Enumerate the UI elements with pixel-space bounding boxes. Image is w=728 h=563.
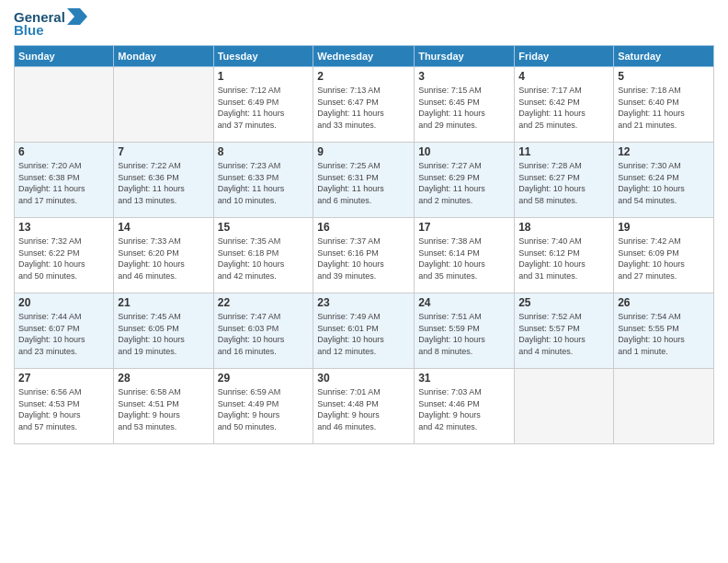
day-info: Sunrise: 7:20 AM Sunset: 6:38 PM Dayligh… xyxy=(18,160,109,206)
calendar-cell xyxy=(515,369,614,444)
day-info: Sunrise: 7:13 AM Sunset: 6:47 PM Dayligh… xyxy=(317,85,410,131)
day-number: 5 xyxy=(618,70,710,83)
weekday-header-saturday: Saturday xyxy=(614,46,714,67)
calendar-cell: 5Sunrise: 7:18 AM Sunset: 6:40 PM Daylig… xyxy=(614,67,714,143)
day-number: 9 xyxy=(317,145,410,158)
day-number: 15 xyxy=(218,221,310,234)
day-number: 25 xyxy=(518,296,609,309)
calendar-cell: 2Sunrise: 7:13 AM Sunset: 6:47 PM Daylig… xyxy=(313,67,415,143)
calendar-cell: 24Sunrise: 7:51 AM Sunset: 5:59 PM Dayli… xyxy=(415,293,515,369)
calendar-cell: 1Sunrise: 7:12 AM Sunset: 6:49 PM Daylig… xyxy=(213,67,313,143)
day-number: 10 xyxy=(418,145,510,158)
day-number: 11 xyxy=(518,145,609,158)
logo-blue-text: Blue xyxy=(14,22,87,38)
weekday-header-wednesday: Wednesday xyxy=(313,46,415,67)
weekday-header-sunday: Sunday xyxy=(15,46,114,67)
day-number: 1 xyxy=(218,70,310,83)
calendar-cell: 13Sunrise: 7:32 AM Sunset: 6:22 PM Dayli… xyxy=(15,218,114,293)
day-number: 8 xyxy=(218,145,310,158)
calendar-cell: 31Sunrise: 7:03 AM Sunset: 4:46 PM Dayli… xyxy=(415,369,515,444)
calendar-cell: 10Sunrise: 7:27 AM Sunset: 6:29 PM Dayli… xyxy=(415,143,515,218)
day-number: 3 xyxy=(418,70,510,83)
day-number: 13 xyxy=(18,221,109,234)
day-number: 16 xyxy=(317,221,410,234)
week-row-2: 6Sunrise: 7:20 AM Sunset: 6:38 PM Daylig… xyxy=(15,143,714,218)
day-info: Sunrise: 7:33 AM Sunset: 6:20 PM Dayligh… xyxy=(118,236,209,282)
day-number: 6 xyxy=(18,145,109,158)
calendar-cell: 26Sunrise: 7:54 AM Sunset: 5:55 PM Dayli… xyxy=(614,293,714,369)
day-number: 27 xyxy=(18,372,109,385)
calendar-cell: 17Sunrise: 7:38 AM Sunset: 6:14 PM Dayli… xyxy=(415,218,515,293)
day-info: Sunrise: 7:12 AM Sunset: 6:49 PM Dayligh… xyxy=(218,85,310,131)
day-info: Sunrise: 7:25 AM Sunset: 6:31 PM Dayligh… xyxy=(317,160,410,206)
calendar-cell: 29Sunrise: 6:59 AM Sunset: 4:49 PM Dayli… xyxy=(213,369,313,444)
day-info: Sunrise: 7:52 AM Sunset: 5:57 PM Dayligh… xyxy=(518,311,609,357)
day-info: Sunrise: 7:51 AM Sunset: 5:59 PM Dayligh… xyxy=(418,311,510,357)
day-number: 12 xyxy=(618,145,710,158)
calendar-cell xyxy=(614,369,714,444)
calendar-table: SundayMondayTuesdayWednesdayThursdayFrid… xyxy=(14,45,714,444)
calendar-cell: 21Sunrise: 7:45 AM Sunset: 6:05 PM Dayli… xyxy=(114,293,213,369)
day-info: Sunrise: 6:56 AM Sunset: 4:53 PM Dayligh… xyxy=(18,386,109,432)
calendar-cell: 9Sunrise: 7:25 AM Sunset: 6:31 PM Daylig… xyxy=(313,143,415,218)
calendar-cell: 30Sunrise: 7:01 AM Sunset: 4:48 PM Dayli… xyxy=(313,369,415,444)
day-info: Sunrise: 7:18 AM Sunset: 6:40 PM Dayligh… xyxy=(618,85,710,131)
calendar-cell: 12Sunrise: 7:30 AM Sunset: 6:24 PM Dayli… xyxy=(614,143,714,218)
calendar-cell: 20Sunrise: 7:44 AM Sunset: 6:07 PM Dayli… xyxy=(15,293,114,369)
calendar-cell: 27Sunrise: 6:56 AM Sunset: 4:53 PM Dayli… xyxy=(15,369,114,444)
calendar-cell xyxy=(15,67,114,143)
weekday-header-row: SundayMondayTuesdayWednesdayThursdayFrid… xyxy=(15,46,714,67)
day-number: 2 xyxy=(317,70,410,83)
day-info: Sunrise: 7:28 AM Sunset: 6:27 PM Dayligh… xyxy=(518,160,609,206)
weekday-header-tuesday: Tuesday xyxy=(213,46,313,67)
day-info: Sunrise: 7:03 AM Sunset: 4:46 PM Dayligh… xyxy=(418,386,510,432)
calendar-cell xyxy=(114,67,213,143)
calendar-cell: 16Sunrise: 7:37 AM Sunset: 6:16 PM Dayli… xyxy=(313,218,415,293)
calendar-cell: 8Sunrise: 7:23 AM Sunset: 6:33 PM Daylig… xyxy=(213,143,313,218)
calendar-cell: 23Sunrise: 7:49 AM Sunset: 6:01 PM Dayli… xyxy=(313,293,415,369)
day-number: 21 xyxy=(118,296,209,309)
day-info: Sunrise: 7:40 AM Sunset: 6:12 PM Dayligh… xyxy=(518,236,609,282)
day-info: Sunrise: 7:49 AM Sunset: 6:01 PM Dayligh… xyxy=(317,311,410,357)
day-number: 17 xyxy=(418,221,510,234)
day-info: Sunrise: 7:27 AM Sunset: 6:29 PM Dayligh… xyxy=(418,160,510,206)
calendar-cell: 25Sunrise: 7:52 AM Sunset: 5:57 PM Dayli… xyxy=(515,293,614,369)
main-container: General Blue SundayMondayTuesdayWednesda… xyxy=(0,0,728,454)
day-info: Sunrise: 7:01 AM Sunset: 4:48 PM Dayligh… xyxy=(317,386,410,432)
calendar-cell: 28Sunrise: 6:58 AM Sunset: 4:51 PM Dayli… xyxy=(114,369,213,444)
calendar-cell: 3Sunrise: 7:15 AM Sunset: 6:45 PM Daylig… xyxy=(415,67,515,143)
week-row-4: 20Sunrise: 7:44 AM Sunset: 6:07 PM Dayli… xyxy=(15,293,714,369)
day-number: 29 xyxy=(218,372,310,385)
calendar-cell: 14Sunrise: 7:33 AM Sunset: 6:20 PM Dayli… xyxy=(114,218,213,293)
day-info: Sunrise: 7:17 AM Sunset: 6:42 PM Dayligh… xyxy=(518,85,609,131)
week-row-3: 13Sunrise: 7:32 AM Sunset: 6:22 PM Dayli… xyxy=(15,218,714,293)
weekday-header-friday: Friday xyxy=(515,46,614,67)
header: General Blue xyxy=(14,9,714,38)
day-info: Sunrise: 7:38 AM Sunset: 6:14 PM Dayligh… xyxy=(418,236,510,282)
day-info: Sunrise: 7:15 AM Sunset: 6:45 PM Dayligh… xyxy=(418,85,510,131)
day-number: 26 xyxy=(618,296,710,309)
calendar-cell: 22Sunrise: 7:47 AM Sunset: 6:03 PM Dayli… xyxy=(213,293,313,369)
day-info: Sunrise: 6:59 AM Sunset: 4:49 PM Dayligh… xyxy=(218,386,310,432)
week-row-1: 1Sunrise: 7:12 AM Sunset: 6:49 PM Daylig… xyxy=(15,67,714,143)
calendar-cell: 19Sunrise: 7:42 AM Sunset: 6:09 PM Dayli… xyxy=(614,218,714,293)
day-number: 19 xyxy=(618,221,710,234)
day-number: 24 xyxy=(418,296,510,309)
weekday-header-monday: Monday xyxy=(114,46,213,67)
calendar-cell: 6Sunrise: 7:20 AM Sunset: 6:38 PM Daylig… xyxy=(15,143,114,218)
day-info: Sunrise: 7:37 AM Sunset: 6:16 PM Dayligh… xyxy=(317,236,410,282)
week-row-5: 27Sunrise: 6:56 AM Sunset: 4:53 PM Dayli… xyxy=(15,369,714,444)
calendar-cell: 7Sunrise: 7:22 AM Sunset: 6:36 PM Daylig… xyxy=(114,143,213,218)
logo: General Blue xyxy=(14,9,87,38)
day-number: 28 xyxy=(118,372,209,385)
day-number: 31 xyxy=(418,372,510,385)
day-info: Sunrise: 7:30 AM Sunset: 6:24 PM Dayligh… xyxy=(618,160,710,206)
day-number: 22 xyxy=(218,296,310,309)
day-info: Sunrise: 7:44 AM Sunset: 6:07 PM Dayligh… xyxy=(18,311,109,357)
day-info: Sunrise: 7:45 AM Sunset: 6:05 PM Dayligh… xyxy=(118,311,209,357)
day-number: 4 xyxy=(518,70,609,83)
day-info: Sunrise: 7:35 AM Sunset: 6:18 PM Dayligh… xyxy=(218,236,310,282)
day-info: Sunrise: 7:54 AM Sunset: 5:55 PM Dayligh… xyxy=(618,311,710,357)
day-number: 23 xyxy=(317,296,410,309)
day-info: Sunrise: 7:22 AM Sunset: 6:36 PM Dayligh… xyxy=(118,160,209,206)
